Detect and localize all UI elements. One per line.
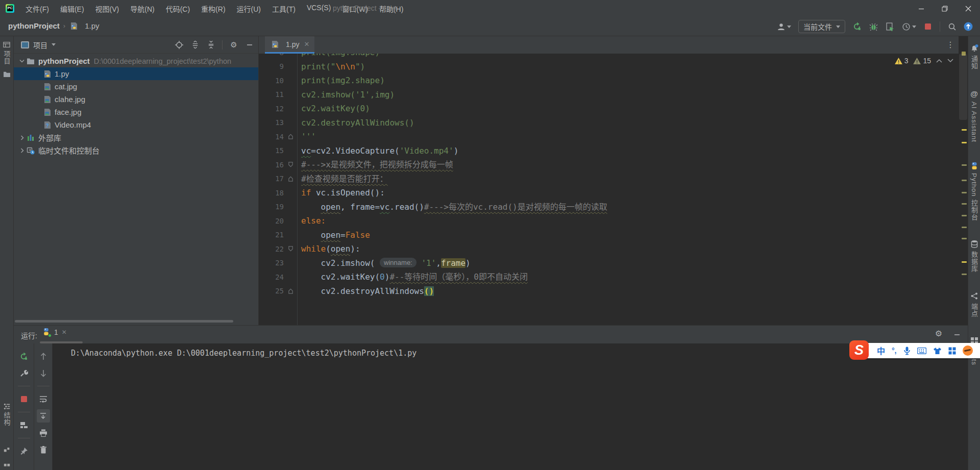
tool-button-folder[interactable] — [0, 68, 13, 81]
tree-row-cat.jpg[interactable]: cat.jpg — [14, 80, 258, 93]
expand-all-button[interactable] — [190, 40, 200, 50]
warning-stripe-mark[interactable] — [962, 142, 967, 143]
pin-tab-button[interactable] — [17, 444, 31, 458]
ime-toolbox-icon[interactable] — [948, 347, 956, 355]
code-line-15[interactable]: 15vc=cv2.VideoCapture('Video.mp4') — [259, 144, 959, 158]
menu-item-3[interactable]: 导航(N) — [125, 2, 159, 16]
fold-marker-icon[interactable] — [284, 176, 297, 182]
tree-chevron-icon[interactable] — [18, 148, 26, 153]
fold-marker-icon[interactable] — [284, 162, 297, 167]
code-line-19[interactable]: 19open, frame=vc.read()#--->每次的vc.read()… — [259, 200, 959, 214]
tree-row-外部库[interactable]: 外部库 — [14, 131, 258, 144]
editor-scrollbar-thumb[interactable] — [959, 54, 967, 120]
code-line-10[interactable]: 10print(img2.shape) — [259, 73, 959, 88]
code-line-23[interactable]: 23cv2.imshow( winname: '1',frame) — [259, 256, 959, 270]
code-line-24[interactable]: 24cv2.waitKey(0)#--等待时间（毫秒），0即不自动关闭 — [259, 270, 959, 284]
debug-button[interactable] — [869, 22, 878, 31]
code-line-12[interactable]: 12cv2.waitKey(0) — [259, 102, 959, 116]
code-line-13[interactable]: 13cv2.destroyAllWindows() — [259, 116, 959, 130]
code-editor[interactable]: 8print(img.shape)9print("\n\n")10print(i… — [259, 54, 959, 325]
scroll-to-end-button[interactable] — [37, 409, 50, 423]
restore-layout-button[interactable] — [17, 418, 31, 432]
settings-gear-button[interactable]: ⚙ — [229, 40, 238, 50]
soft-wrap-button[interactable] — [37, 392, 50, 406]
warning-stripe-mark[interactable] — [962, 215, 967, 216]
tree-row-临时文件和控制台[interactable]: 临时文件和控制台 — [14, 144, 258, 157]
tree-chevron-icon[interactable] — [18, 59, 26, 63]
hide-panel-button[interactable] — [245, 40, 254, 50]
menu-item-6[interactable]: 运行(U) — [232, 2, 266, 16]
collapse-all-button[interactable] — [206, 40, 215, 50]
prev-problem-icon[interactable] — [936, 59, 942, 63]
run-tab-1[interactable]: 1 ✕ — [42, 328, 67, 336]
run-button[interactable] — [852, 22, 862, 31]
code-line-11[interactable]: 11cv2.imshow('1',img) — [259, 88, 959, 102]
menu-item-7[interactable]: 工具(T) — [267, 2, 301, 16]
code-line-8[interactable]: 8print(img.shape) — [259, 54, 959, 60]
tool-button-structure[interactable]: 结构 — [0, 400, 13, 429]
tab-options-icon[interactable]: ⋮ — [946, 40, 954, 50]
ide-update-button[interactable] — [964, 22, 973, 31]
code-line-9[interactable]: 9print("\n\n") — [259, 60, 959, 74]
warning-stripe-mark[interactable] — [962, 274, 967, 275]
stop-process-button[interactable] — [17, 392, 31, 406]
ime-emoji-face-icon[interactable] — [963, 345, 973, 356]
restore-button[interactable] — [933, 0, 957, 17]
menu-item-8[interactable]: VCS(S) — [302, 2, 336, 16]
tool-button-ai-assistant[interactable]: @AI Assistant — [968, 86, 980, 145]
run-tab-close-icon[interactable]: ✕ — [62, 329, 67, 336]
locate-file-button[interactable] — [175, 40, 184, 50]
down-stacktrace-button[interactable] — [37, 366, 50, 380]
menu-item-0[interactable]: 文件(F) — [20, 2, 54, 16]
menu-item-5[interactable]: 重构(R) — [196, 2, 230, 16]
code-line-16[interactable]: 16#--->x是视频文件，把视频拆分成每一帧 — [259, 158, 959, 172]
ime-mic-icon[interactable] — [903, 347, 911, 355]
tool-button-python-控制台[interactable]: Python 控制台 — [968, 159, 980, 224]
warning-stripe-mark[interactable] — [962, 180, 967, 181]
tool-button-favorites[interactable] — [0, 443, 13, 456]
console-output[interactable]: D:\Anaconda\python.exe D:\0001deeplearni… — [53, 343, 968, 470]
warning-stripe-mark[interactable] — [962, 164, 967, 166]
tab-1py[interactable]: 1.py ✕ — [265, 36, 314, 54]
ime-language-mode[interactable]: 中 — [877, 344, 885, 357]
ime-keyboard-icon[interactable] — [917, 348, 926, 354]
tree-row-pythonProject[interactable]: pythonProjectD:\0001deeplearning_project… — [14, 55, 258, 67]
tool-button-通知[interactable]: 通知 — [968, 41, 980, 73]
tool-button-partial[interactable] — [0, 460, 13, 470]
code-line-14[interactable]: 14''' — [259, 130, 959, 144]
profile-button[interactable] — [776, 22, 791, 31]
warning-stripe-mark[interactable] — [962, 129, 967, 131]
profiler-button[interactable] — [901, 22, 916, 31]
menu-item-1[interactable]: 编辑(E) — [55, 2, 89, 16]
close-button[interactable] — [957, 0, 980, 17]
ime-skin-icon[interactable] — [933, 347, 942, 355]
tree-row-Video.mp4[interactable]: ?Video.mp4 — [14, 118, 258, 131]
warning-stripe-mark[interactable] — [962, 203, 967, 205]
print-button[interactable] — [37, 426, 50, 439]
tool-button-数据库[interactable]: 数据库 — [968, 237, 980, 276]
tree-row-1.py[interactable]: 1.py — [14, 67, 258, 80]
clear-console-button[interactable] — [37, 443, 50, 456]
hide-run-panel-icon[interactable] — [953, 329, 961, 338]
run-settings-gear-icon[interactable]: ⚙ — [935, 329, 942, 338]
breadcrumb-file[interactable]: 1.py — [85, 21, 99, 30]
fold-marker-icon[interactable] — [284, 134, 297, 139]
coverage-button[interactable] — [885, 22, 894, 31]
tree-chevron-icon[interactable] — [18, 135, 26, 140]
edit-run-config-button[interactable] — [17, 366, 31, 380]
ime-punctuation-toggle[interactable]: °, — [892, 347, 897, 355]
fold-marker-icon[interactable] — [284, 288, 297, 294]
error-stripe[interactable] — [959, 36, 968, 325]
search-everywhere-button[interactable] — [947, 22, 957, 31]
project-view-selector[interactable]: 项目 — [21, 40, 56, 50]
warning-stripe-mark[interactable] — [962, 192, 967, 193]
code-line-17[interactable]: 17#检查视频是否能打开： — [259, 172, 959, 186]
tree-row-clahe.jpg[interactable]: clahe.jpg — [14, 93, 258, 106]
tool-button-project[interactable]: 项目 — [0, 38, 13, 68]
warning-stripe-mark[interactable] — [962, 261, 967, 263]
horizontal-scrollbar[interactable] — [15, 320, 233, 323]
sogou-ime-bar[interactable]: S 中 °, — [853, 343, 980, 358]
rerun-button[interactable] — [17, 350, 31, 363]
fold-marker-icon[interactable] — [284, 246, 297, 252]
breadcrumb-project[interactable]: pythonProject — [8, 21, 60, 30]
